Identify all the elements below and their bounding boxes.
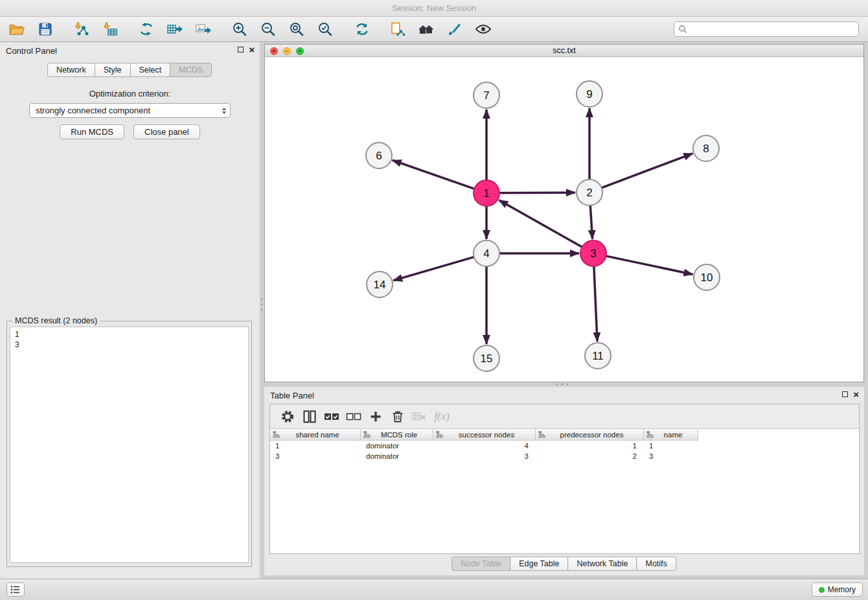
show-columns-button[interactable] [299, 407, 321, 426]
svg-text:15: 15 [481, 352, 493, 365]
create-column-button[interactable] [365, 407, 387, 426]
graph-node[interactable]: 8 [693, 135, 719, 161]
select-all-button[interactable] [321, 407, 343, 426]
graph-edge[interactable] [499, 200, 582, 247]
search-input[interactable] [687, 23, 858, 35]
delete-column-button[interactable] [387, 407, 409, 426]
network-view-window: × − + scc.txt 7968124314101511 [264, 44, 864, 382]
export-table-icon [166, 21, 183, 37]
cell-mcds-role[interactable]: dominator [361, 452, 433, 460]
dropdown-stepper-icon [222, 108, 226, 114]
close-table-panel-icon[interactable]: × [853, 391, 859, 398]
tab-style[interactable]: Style [95, 63, 131, 77]
maximize-window-icon[interactable]: + [296, 47, 304, 55]
float-table-panel-icon[interactable] [842, 391, 848, 397]
graph-node[interactable]: 3 [580, 240, 606, 266]
graph-edge[interactable] [393, 257, 474, 281]
cell-mcds-role[interactable]: dominator [361, 442, 433, 450]
zoom-fit-button[interactable] [285, 19, 308, 40]
criterion-value: strongly connected component [36, 106, 222, 115]
svg-text:4: 4 [483, 248, 489, 260]
cell-successor-nodes[interactable]: 3 [433, 452, 536, 460]
graph-node[interactable]: 9 [577, 81, 602, 107]
cell-predecessor-nodes[interactable]: 2 [536, 452, 644, 460]
zoom-out-button[interactable] [257, 19, 280, 40]
column-header-predecessor-nodes[interactable]: predecessor nodes [536, 429, 644, 441]
graph-edge[interactable] [590, 205, 592, 239]
table-row[interactable]: 3 dominator 3 2 3 [270, 451, 859, 461]
cell-predecessor-nodes[interactable]: 1 [536, 442, 644, 450]
import-table-button[interactable] [98, 19, 122, 40]
unchecked-boxes-icon [346, 411, 361, 422]
zoom-selected-button[interactable] [314, 19, 337, 40]
float-panel-icon[interactable] [238, 47, 244, 52]
export-table-button[interactable] [163, 19, 187, 40]
control-panel-title: Control Panel [6, 46, 57, 56]
tab-node-table[interactable]: Node Table [451, 557, 510, 571]
close-window-icon[interactable]: × [270, 47, 278, 55]
table-settings-button[interactable] [277, 407, 299, 426]
cell-shared-name[interactable]: 1 [270, 442, 361, 450]
graph-edge[interactable] [602, 154, 693, 188]
graph-edge[interactable] [393, 160, 474, 189]
graph-node[interactable]: 4 [474, 240, 499, 266]
tab-mcds[interactable]: MCDS [170, 63, 212, 77]
horizontal-splitter-handle[interactable] [554, 382, 571, 386]
graph-node[interactable]: 6 [366, 143, 392, 168]
graph-node[interactable]: 2 [577, 179, 602, 205]
apply-style-button[interactable] [443, 19, 466, 40]
close-panel-icon[interactable]: × [249, 46, 255, 53]
graph-node[interactable]: 11 [585, 343, 611, 369]
close-panel-button[interactable]: Close panel [133, 124, 200, 139]
duplicate-network-button[interactable] [386, 19, 409, 40]
criterion-dropdown[interactable]: strongly connected component [29, 103, 231, 118]
column-header-mcds-role[interactable]: MCDS role [361, 429, 433, 441]
tab-network[interactable]: Network [47, 63, 95, 77]
window-titlebar: Session: New Session [0, 0, 868, 17]
function-builder-button[interactable]: f(x) [431, 407, 453, 426]
search-field[interactable] [674, 21, 859, 37]
network-window-titlebar[interactable]: × − + scc.txt [265, 45, 863, 57]
graph-edge[interactable] [594, 266, 597, 341]
import-network-button[interactable] [70, 19, 93, 40]
graph-node[interactable]: 7 [474, 82, 499, 108]
minimize-window-icon[interactable]: − [283, 47, 291, 55]
column-header-successor-nodes[interactable]: successor nodes [433, 429, 536, 441]
graph-node[interactable]: 15 [474, 345, 499, 371]
column-header-name[interactable]: name [644, 429, 698, 441]
cell-name[interactable]: 1 [644, 442, 698, 450]
deselect-all-button[interactable] [343, 407, 365, 426]
cell-name[interactable]: 3 [644, 452, 698, 460]
graph-node[interactable]: 10 [694, 264, 720, 290]
cell-shared-name[interactable]: 3 [270, 452, 361, 460]
column-header-shared-name[interactable]: shared name [270, 429, 361, 441]
refresh-layout-button[interactable] [350, 19, 373, 40]
graph-edge[interactable] [606, 256, 693, 274]
vertical-splitter-handle[interactable] [260, 297, 264, 314]
tab-edge-table[interactable]: Edge Table [510, 557, 568, 571]
delete-table-button-disabled[interactable] [409, 407, 431, 426]
first-neighbors-button[interactable] [415, 19, 438, 40]
cell-successor-nodes[interactable]: 4 [433, 442, 536, 450]
show-hide-button[interactable] [472, 19, 495, 40]
task-history-button[interactable] [6, 583, 25, 597]
network-arrows-button[interactable] [135, 19, 158, 40]
zoom-in-button[interactable] [228, 19, 251, 40]
network-canvas[interactable]: 7968124314101511 [265, 57, 863, 382]
tab-select[interactable]: Select [130, 63, 171, 77]
memory-button[interactable]: Memory [812, 583, 863, 597]
graph-node[interactable]: 14 [367, 271, 393, 297]
table-delete-icon [412, 410, 428, 423]
tab-motifs[interactable]: Motifs [636, 557, 676, 571]
run-mcds-button[interactable]: Run MCDS [60, 124, 124, 139]
save-session-button[interactable] [34, 19, 57, 40]
export-image-button[interactable] [192, 19, 215, 40]
open-session-button[interactable] [5, 19, 29, 40]
mcds-result-list[interactable]: 1 3 [10, 327, 249, 563]
table-row[interactable]: 1 dominator 4 1 1 [270, 441, 859, 451]
list-icon [10, 585, 21, 594]
graph-node[interactable]: 1 [474, 180, 499, 206]
plus-icon [369, 410, 382, 423]
tab-network-table[interactable]: Network Table [568, 557, 637, 571]
graph-edge[interactable] [499, 192, 575, 193]
